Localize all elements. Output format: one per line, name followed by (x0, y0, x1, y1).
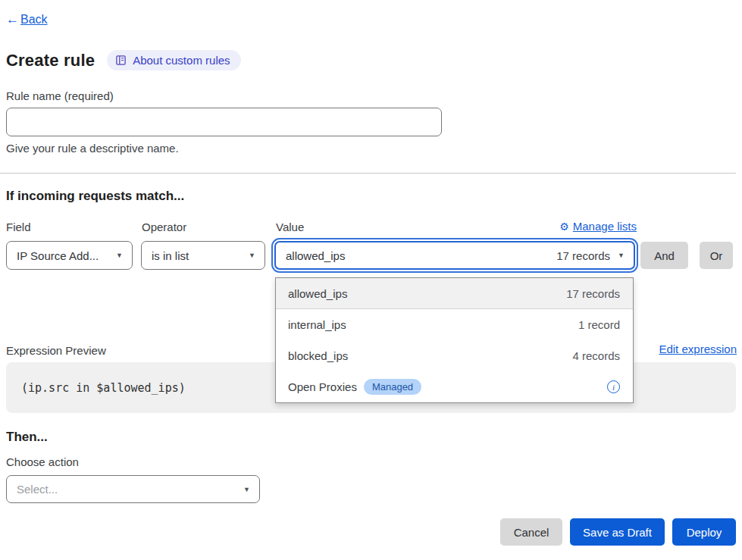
list-item-allowed-ips[interactable]: allowed_ips 17 records (276, 278, 633, 309)
create-rule-page: ←Back Create rule About custom rules Rul… (0, 0, 742, 560)
section-divider (0, 173, 736, 174)
list-item-name: internal_ips (288, 318, 346, 331)
rule-name-helper: Give your rule a descriptive name. (6, 142, 179, 155)
value-select-value: allowed_ips (286, 249, 345, 262)
list-item-name: allowed_ips (288, 287, 347, 300)
expression-preview-label: Expression Preview (6, 344, 106, 357)
match-section-heading: If incoming requests match... (6, 189, 184, 204)
operator-label: Operator (142, 221, 186, 233)
book-icon (115, 55, 127, 66)
operator-select[interactable]: is in list ▼ (141, 241, 265, 270)
rule-name-label: Rule name (required) (6, 89, 114, 102)
or-button[interactable]: Or (700, 242, 733, 269)
then-section-heading: Then... (6, 430, 48, 445)
gear-icon: ⚙ (559, 221, 569, 233)
field-select[interactable]: IP Source Add... ▼ (6, 241, 133, 270)
list-item-count: 1 record (578, 318, 620, 331)
info-icon[interactable]: i (607, 380, 620, 393)
manage-lists-label: Manage lists (573, 220, 637, 233)
list-dropdown-menu: allowed_ips 17 records internal_ips 1 re… (275, 277, 634, 403)
page-title: Create rule (6, 51, 95, 70)
list-item-blocked-ips[interactable]: blocked_ips 4 records (276, 340, 633, 371)
chevron-down-icon: ▼ (116, 252, 123, 259)
chevron-down-icon: ▼ (249, 252, 255, 259)
cancel-button[interactable]: Cancel (500, 518, 562, 546)
expression-code: (ip.src in $allowed_ips) (6, 381, 186, 395)
back-link-label: Back (20, 13, 48, 26)
field-label: Field (6, 221, 31, 233)
value-select-count: 17 records (556, 249, 610, 262)
edit-expression-link[interactable]: Edit expression (659, 343, 737, 355)
title-row: Create rule About custom rules (6, 50, 241, 70)
about-custom-rules-label: About custom rules (133, 54, 230, 67)
and-button[interactable]: And (640, 242, 688, 269)
list-item-count: 17 records (566, 287, 620, 300)
list-item-count: 4 records (572, 349, 620, 362)
list-item-name: Open Proxies (288, 380, 357, 393)
rule-name-input[interactable] (6, 108, 442, 136)
value-select[interactable]: allowed_ips 17 records ▼ (274, 241, 635, 270)
save-as-draft-button[interactable]: Save as Draft (570, 518, 665, 546)
action-select-placeholder: Select... (17, 483, 58, 496)
operator-select-value: is in list (152, 249, 189, 262)
back-arrow-icon: ← (6, 12, 19, 27)
list-item-internal-ips[interactable]: internal_ips 1 record (276, 309, 633, 340)
field-select-value: IP Source Add... (17, 249, 99, 262)
deploy-button[interactable]: Deploy (672, 518, 736, 546)
chevron-down-icon: ▼ (618, 252, 625, 259)
about-custom-rules-link[interactable]: About custom rules (107, 50, 240, 70)
list-item-open-proxies[interactable]: Open Proxies Managed i (276, 371, 633, 402)
managed-badge: Managed (364, 379, 421, 395)
choose-action-label: Choose action (6, 455, 79, 468)
list-item-name: blocked_ips (288, 349, 348, 362)
value-label: Value (276, 221, 304, 233)
manage-lists-link[interactable]: ⚙ Manage lists (559, 220, 637, 233)
back-link[interactable]: ←Back (6, 12, 48, 27)
action-select[interactable]: Select... ▼ (6, 475, 260, 503)
chevron-down-icon: ▼ (243, 486, 250, 493)
